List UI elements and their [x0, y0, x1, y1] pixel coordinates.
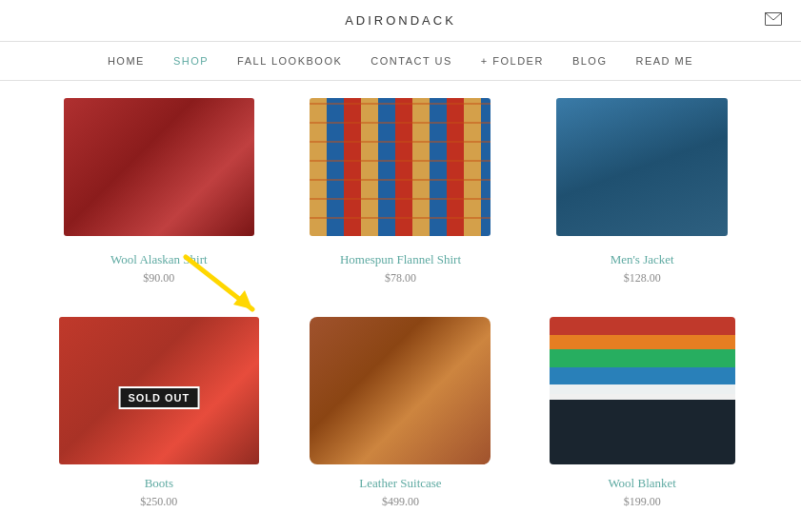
- product-name: Wool Blanket: [608, 476, 676, 491]
- main-nav: HOME SHOP FALL LOOKBOOK CONTACT US + FOL…: [0, 42, 801, 81]
- nav-home[interactable]: HOME: [108, 55, 145, 67]
- sold-out-badge: SOLD OUT: [118, 386, 199, 409]
- product-leather-suitcase[interactable]: Leather Suitcase $499.00: [280, 305, 522, 528]
- product-mens-jacket[interactable]: Men's Jacket $128.00: [521, 81, 763, 305]
- product-name: Leather Suitcase: [359, 476, 441, 491]
- product-price: $90.00: [143, 271, 174, 286]
- nav-folder[interactable]: + FOLDER: [481, 55, 544, 67]
- product-wool-alaskan-shirt[interactable]: Wool Alaskan Shirt $90.00: [38, 81, 280, 305]
- product-price: $199.00: [624, 495, 661, 509]
- product-price: $128.00: [624, 271, 661, 286]
- product-image-wrapper: [294, 90, 508, 243]
- product-name: Boots: [145, 476, 173, 491]
- product-boots[interactable]: SOLD OUT Boots $250.00: [38, 305, 280, 528]
- product-image-wrapper: [535, 90, 749, 243]
- product-price: $250.00: [140, 495, 177, 509]
- product-grid: Wool Alaskan Shirt $90.00 Homespun Flann…: [0, 81, 801, 528]
- mail-icon[interactable]: [765, 12, 782, 30]
- product-price: $499.00: [382, 495, 419, 509]
- nav-read-me[interactable]: READ ME: [635, 55, 693, 67]
- product-image: [556, 98, 728, 236]
- products-section: Wool Alaskan Shirt $90.00 Homespun Flann…: [0, 81, 801, 528]
- product-wool-blanket[interactable]: Wool Blanket $199.00: [521, 305, 763, 528]
- site-header: ADIRONDACK: [0, 0, 801, 42]
- product-image-wrapper: [52, 90, 266, 243]
- product-image-wrapper: [535, 314, 749, 466]
- site-title: ADIRONDACK: [345, 13, 456, 28]
- product-name: Men's Jacket: [611, 252, 674, 267]
- nav-shop[interactable]: SHOP: [173, 55, 209, 67]
- product-name: Wool Alaskan Shirt: [110, 252, 208, 267]
- product-price: $78.00: [385, 271, 416, 286]
- product-image: [64, 98, 254, 236]
- product-homespun-flannel-shirt[interactable]: Homespun Flannel Shirt $78.00: [280, 81, 522, 305]
- nav-blog[interactable]: BLOG: [572, 55, 608, 67]
- product-name: Homespun Flannel Shirt: [340, 252, 461, 267]
- product-image: [310, 317, 491, 464]
- product-image: [550, 317, 735, 464]
- product-image-wrapper: SOLD OUT: [52, 314, 266, 466]
- nav-fall-lookbook[interactable]: FALL LOOKBOOK: [237, 55, 342, 67]
- product-image-wrapper: [294, 314, 508, 466]
- product-image: [310, 98, 491, 236]
- nav-contact-us[interactable]: CONTACT US: [370, 55, 452, 67]
